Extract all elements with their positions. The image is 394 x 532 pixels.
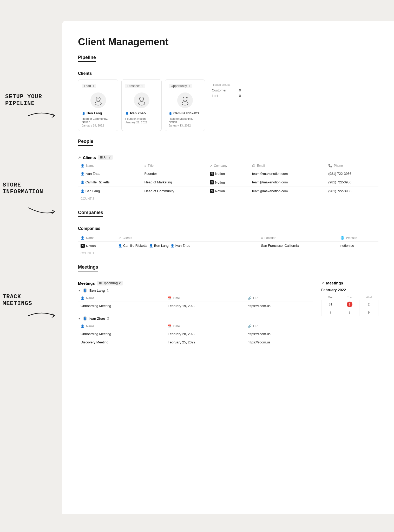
companies-col-name: 👤 Name <box>78 235 116 242</box>
cell-meeting-url-1: https://zoom.us <box>245 302 313 310</box>
card-date-prospect: January 22, 2022 <box>125 121 158 124</box>
cell-meeting-date-1: February 19, 2022 <box>165 302 245 310</box>
people-col-company: ↗ Company <box>207 162 249 169</box>
cal-cell-1: 1 <box>340 300 359 309</box>
table-row[interactable]: 👤 Camille Ricketts Head of Marketing N N… <box>78 178 378 187</box>
meetings-right: ↗ Meetings February 2022 Mon Tue Wed <box>321 281 378 353</box>
calendar-today: 1 <box>347 302 352 307</box>
cell-meeting-date-3: February 25, 2022 <box>165 338 245 347</box>
pipeline-section-title: Pipeline <box>78 55 96 62</box>
table-row[interactable]: 👤 Ivan Zhao Founder N Notion team@makeno <box>78 169 378 178</box>
cell-email-ben: team@makenotion.com <box>249 187 326 195</box>
cal-day-wed: Wed <box>359 295 378 300</box>
card-role-prospect: Founder, Notion <box>125 117 158 120</box>
avatar-ivan-small: 👤 <box>83 316 87 321</box>
cell-title-ivan: Founder <box>142 169 207 178</box>
link-icon-people: ↗ <box>78 156 81 159</box>
cell-phone-ivan: (981) 722-3956 <box>326 169 378 178</box>
cal-day-tue: Tue <box>340 295 359 300</box>
cell-name-ben: 👤 Ben Lang <box>78 187 142 195</box>
companies-section-title: Companies <box>78 210 103 217</box>
people-col-title: ≡ Title <box>142 162 207 169</box>
main-content: Client Management Pipeline Clients Lead … <box>62 21 394 514</box>
card-role-lead: Head of Community, Notion <box>82 117 114 123</box>
table-row[interactable]: Discovery Meeting February 25, 2022 http… <box>78 338 313 347</box>
companies-col-website: 🌐 Website <box>338 235 378 242</box>
cell-location-notion: San Francisco, California <box>258 241 338 250</box>
notion-logo-icon: N <box>210 189 214 193</box>
calendar-link-label: Meetings <box>326 281 343 285</box>
table-row[interactable]: 👤 Ben Lang Head of Community N Notion te <box>78 187 378 195</box>
calendar-row: 31 1 2 <box>321 300 378 309</box>
card-name-lead: Ben Lang <box>87 111 102 115</box>
notion-logo-icon: N <box>81 244 85 248</box>
triangle-icon: ▼ <box>78 317 81 320</box>
svg-point-5 <box>182 102 188 105</box>
avatar-ivan-zhao <box>134 92 149 108</box>
cal-cell-2: 2 <box>359 300 378 309</box>
cell-company-ivan: N Notion <box>207 169 249 178</box>
cell-email-camille: team@makenotion.com <box>249 178 326 187</box>
cell-clients-notion: 👤 Camille Ricketts 👤 Ben Lang 👤 Ivan Zha… <box>116 241 258 250</box>
people-col-email: @ Email <box>249 162 326 169</box>
card-date-lead: January 19, 2022 <box>82 124 114 127</box>
table-row[interactable]: N Notion 👤 Camille Ricketts 👤 Ben Lang 👤… <box>78 241 378 250</box>
left-panel: SETUP YOURPIPELINE STOREINFORMATION TRAC… <box>0 21 62 514</box>
avatar-camille <box>177 92 193 108</box>
meetings-section-title: Meetings <box>78 264 98 271</box>
people-view-toggle[interactable]: ⊞ All ∨ <box>98 155 113 160</box>
notion-logo-icon: N <box>210 172 214 176</box>
cell-company-notion: N Notion <box>78 241 116 250</box>
hidden-customer: Customer 0 <box>212 88 241 92</box>
table-row[interactable]: Onboarding Meeting February 19, 2022 htt… <box>78 302 313 310</box>
hidden-lost-label: Lost <box>212 94 218 98</box>
card-name-prospect: Ivan Zhao <box>130 111 146 115</box>
calendar-header: ↗ Meetings <box>321 281 378 285</box>
avatar-ben-lang <box>90 92 106 108</box>
cal-day-mon: Mon <box>321 295 340 300</box>
companies-count: COUNT 1 <box>78 250 378 257</box>
people-section: People ↗ Clients ⊞ All ∨ 👤 Name ≡ Title … <box>78 139 378 202</box>
svg-point-0 <box>96 97 100 101</box>
pipeline-cards: Lead 1 👤 Ben Lang <box>78 79 378 131</box>
card-role-opportunity: Head of Marketing, Notion <box>169 117 201 123</box>
group-header-ivan: ▼ 👤 Ivan Zhao 2 <box>78 316 313 321</box>
meetings-left: Meetings ⊞ Upcoming ∨ ▼ 👤 Ben Lang <box>78 281 313 353</box>
cell-name-camille: 👤 Camille Ricketts <box>78 178 142 187</box>
cell-name-ivan: 👤 Ivan Zhao <box>78 169 142 178</box>
people-col-phone: 📞 Phone <box>326 162 378 169</box>
pipeline-card-opportunity[interactable]: Opportunity 1 👤 <box>165 79 205 131</box>
meetings-table-header: Meetings ⊞ Upcoming ∨ <box>78 281 313 285</box>
triangle-icon: ▼ <box>78 289 81 292</box>
page-wrapper: SETUP YOURPIPELINE STOREINFORMATION TRAC… <box>0 21 394 514</box>
avatar-ben-small: 👤 <box>83 288 87 293</box>
people-count: COUNT 3 <box>78 195 378 202</box>
companies-col-location: ≡ Location <box>258 235 338 242</box>
cell-phone-ben: (981) 722-3956 <box>326 187 378 195</box>
meetings-section: Meetings Meetings ⊞ Upcoming ∨ <box>78 264 378 353</box>
meet-col-name-2: 👤 Name <box>78 323 165 330</box>
pipeline-card-prospect[interactable]: Prospect 1 👤 <box>121 79 162 131</box>
card-tag-prospect: Prospect 1 <box>125 84 145 88</box>
meetings-table-ivan: 👤 Name 📅 Date 🔗 URL Onboarding Meeting F… <box>78 323 313 346</box>
cal-cell-9: 9 <box>359 309 378 316</box>
notion-logo-icon: N <box>210 180 214 184</box>
meet-col-name: 👤 Name <box>78 295 165 302</box>
meetings-layout: Meetings ⊞ Upcoming ∨ ▼ 👤 Ben Lang <box>78 281 378 353</box>
calendar-month: February 2022 <box>321 288 378 292</box>
meetings-view-toggle[interactable]: ⊞ Upcoming ∨ <box>97 281 123 285</box>
annotation-store: STOREINFORMATION <box>3 182 43 196</box>
cell-title-ben: Head of Community <box>142 187 207 195</box>
cell-meeting-name-3: Discovery Meeting <box>78 338 165 347</box>
pipeline-subsection-title: Clients <box>78 71 378 76</box>
cell-email-ivan: team@makenotion.com <box>249 169 326 178</box>
group-ivan: ▼ 👤 Ivan Zhao 2 👤 Name 📅 Date <box>78 316 313 346</box>
cell-meeting-url-2: https://zoom.us <box>245 330 313 338</box>
svg-point-1 <box>95 102 101 105</box>
people-table-label: Clients <box>83 155 96 160</box>
annotation-track: TRACKMEETINGS <box>3 294 32 307</box>
hidden-lost-count: 0 <box>239 94 241 98</box>
pipeline-card-lead[interactable]: Lead 1 👤 Ben Lang <box>78 79 118 131</box>
table-row[interactable]: Onboarding Meeting February 28, 2022 htt… <box>78 330 313 338</box>
calendar-row: 7 8 9 <box>321 309 378 316</box>
